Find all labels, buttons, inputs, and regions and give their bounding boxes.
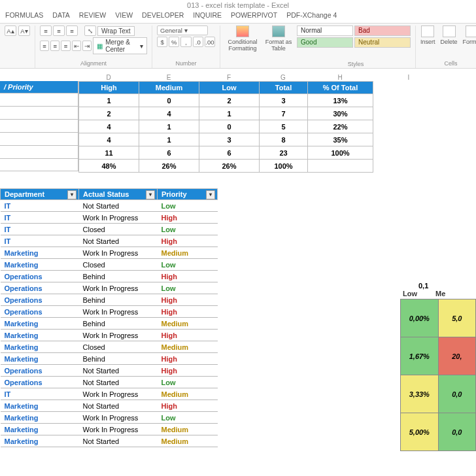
- summary-cell[interactable]: 26%: [139, 160, 199, 173]
- tab-formulas[interactable]: FORMULAS: [5, 11, 43, 19]
- table-row[interactable]: MarketingBehindHigh: [1, 353, 218, 365]
- summary-cell[interactable]: 2: [199, 94, 260, 107]
- summary-cell[interactable]: 3: [260, 94, 308, 107]
- tab-powerpivot[interactable]: POWERPIVOT: [231, 11, 277, 19]
- table-row[interactable]: OperationsWork In ProgressHigh: [1, 306, 218, 318]
- summary-cell[interactable]: 48%: [79, 160, 139, 173]
- summary-cell[interactable]: 100%: [260, 160, 308, 173]
- dec-inc-icon[interactable]: .0: [193, 37, 203, 47]
- summary-cell[interactable]: 4: [79, 120, 139, 133]
- table-row[interactable]: ITWork In ProgressMedium: [1, 388, 218, 400]
- dec-dec-icon[interactable]: .00: [205, 37, 215, 47]
- table-row[interactable]: OperationsNot StartedHigh: [1, 365, 218, 377]
- align-top[interactable]: ≡: [40, 26, 52, 36]
- summary-cell[interactable]: 0: [139, 94, 199, 107]
- summary-cell[interactable]: 1: [139, 120, 199, 133]
- delete-cells[interactable]: Delete: [441, 26, 458, 45]
- summary-cell[interactable]: 4: [79, 133, 139, 146]
- summary-cell[interactable]: 4: [139, 107, 199, 120]
- summary-cell[interactable]: 6: [199, 146, 260, 160]
- indent-dec[interactable]: ⇤: [72, 41, 81, 51]
- summary-cell[interactable]: 8: [260, 133, 308, 146]
- summary-cell[interactable]: [308, 160, 373, 173]
- style-normal[interactable]: Normal: [297, 26, 353, 36]
- table-row[interactable]: OperationsWork In ProgressLow: [1, 282, 218, 294]
- heat-cell[interactable]: 1,67%: [401, 337, 439, 375]
- summary-cell[interactable]: 13%: [308, 94, 373, 107]
- summary-cell[interactable]: 6: [139, 146, 199, 160]
- table-row[interactable]: OperationsBehindHigh: [1, 271, 218, 282]
- currency-icon[interactable]: $: [157, 37, 167, 47]
- table-row[interactable]: ITWork In ProgressHigh: [1, 212, 218, 224]
- summary-cell[interactable]: 5: [260, 120, 308, 133]
- font-size-decrease[interactable]: A▾: [18, 26, 30, 36]
- heat-cell[interactable]: 5,0: [438, 299, 475, 337]
- heat-cell[interactable]: 0,0: [438, 375, 475, 413]
- heat-cell[interactable]: 3,33%: [401, 375, 439, 413]
- summary-cell[interactable]: 3: [199, 133, 260, 146]
- style-neutral[interactable]: Neutral: [354, 37, 411, 48]
- summary-cell[interactable]: 7: [260, 107, 308, 120]
- insert-cells[interactable]: Insert: [420, 26, 435, 45]
- table-row[interactable]: ITClosedLow: [1, 224, 218, 235]
- font-size-increase[interactable]: A▴: [5, 26, 16, 36]
- tab-view[interactable]: VIEW: [115, 11, 133, 19]
- table-row[interactable]: OperationsBehindHigh: [1, 294, 218, 306]
- summary-table[interactable]: High Medium Low Total % Of Total 102313%…: [78, 81, 373, 173]
- tab-review[interactable]: REVIEW: [79, 11, 106, 19]
- summary-cell[interactable]: 23: [260, 146, 308, 160]
- table-row[interactable]: MarketingWork In ProgressMedium: [1, 424, 218, 435]
- heat-cell[interactable]: 0,0: [438, 413, 475, 451]
- indent-inc[interactable]: ⇥: [82, 41, 92, 51]
- col-priority[interactable]: Priority: [158, 189, 218, 200]
- summary-cell[interactable]: 2: [79, 107, 139, 120]
- table-row[interactable]: MarketingBehindMedium: [1, 318, 218, 330]
- table-row[interactable]: MarketingWork In ProgressMedium: [1, 247, 218, 259]
- format-cells[interactable]: Format: [463, 26, 476, 45]
- number-format[interactable]: General ▾: [157, 26, 208, 35]
- tab-inquire[interactable]: INQUIRE: [193, 11, 222, 19]
- summary-cell[interactable]: 100%: [308, 146, 373, 160]
- table-row[interactable]: MarketingClosedLow: [1, 259, 218, 271]
- wrap-text[interactable]: Wrap Text: [97, 26, 135, 36]
- style-good[interactable]: Good: [297, 37, 353, 48]
- align-bot[interactable]: ≡: [66, 26, 78, 36]
- comma-icon[interactable]: ,: [180, 37, 191, 47]
- table-row[interactable]: ITNot StartedLow: [1, 200, 218, 212]
- tab-pdfxchange[interactable]: PDF-XChange 4: [286, 11, 337, 19]
- table-row[interactable]: ITNot StartedHigh: [1, 235, 218, 247]
- table-row[interactable]: MarketingNot StartedMedium: [1, 435, 218, 447]
- summary-cell[interactable]: 22%: [308, 120, 373, 133]
- summary-cell[interactable]: 35%: [308, 133, 373, 146]
- summary-cell[interactable]: 11: [79, 146, 139, 160]
- table-row[interactable]: OperationsNot StartedLow: [1, 377, 218, 388]
- format-as-table[interactable]: Format as Table: [264, 26, 293, 52]
- align-right[interactable]: ≡: [61, 41, 70, 51]
- heat-cell[interactable]: 20,: [438, 337, 475, 375]
- table-row[interactable]: MarketingWork In ProgressLow: [1, 412, 218, 424]
- orient-icon[interactable]: ⤡: [84, 26, 96, 36]
- worksheet[interactable]: D E F G H I / Priority High Medium Low T…: [0, 67, 476, 447]
- summary-cell[interactable]: 1: [79, 94, 139, 107]
- align-center[interactable]: ≡: [50, 41, 60, 51]
- summary-cell[interactable]: 1: [199, 107, 260, 120]
- style-bad[interactable]: Bad: [354, 26, 411, 36]
- align-left[interactable]: ≡: [40, 41, 49, 51]
- table-row[interactable]: MarketingClosedMedium: [1, 341, 218, 353]
- merge-center[interactable]: ▦Merge & Center ▾: [93, 37, 147, 54]
- summary-cell[interactable]: 1: [139, 133, 199, 146]
- detail-table[interactable]: Department Actual Status Priority ITNot …: [0, 188, 218, 447]
- tab-developer[interactable]: DEVELOPER: [142, 11, 184, 19]
- table-row[interactable]: MarketingWork In ProgressHigh: [1, 330, 218, 341]
- heat-cell[interactable]: 0,00%: [401, 299, 439, 337]
- tab-data[interactable]: DATA: [52, 11, 69, 19]
- summary-cell[interactable]: 30%: [308, 107, 373, 120]
- percent-icon[interactable]: %: [169, 37, 179, 47]
- summary-cell[interactable]: 0: [199, 120, 260, 133]
- col-department[interactable]: Department: [1, 189, 79, 200]
- conditional-formatting[interactable]: Conditional Formatting: [225, 26, 260, 52]
- table-row[interactable]: MarketingNot StartedHigh: [1, 400, 218, 412]
- summary-cell[interactable]: 26%: [199, 160, 260, 173]
- align-mid[interactable]: ≡: [53, 26, 65, 36]
- col-status[interactable]: Actual Status: [79, 189, 158, 200]
